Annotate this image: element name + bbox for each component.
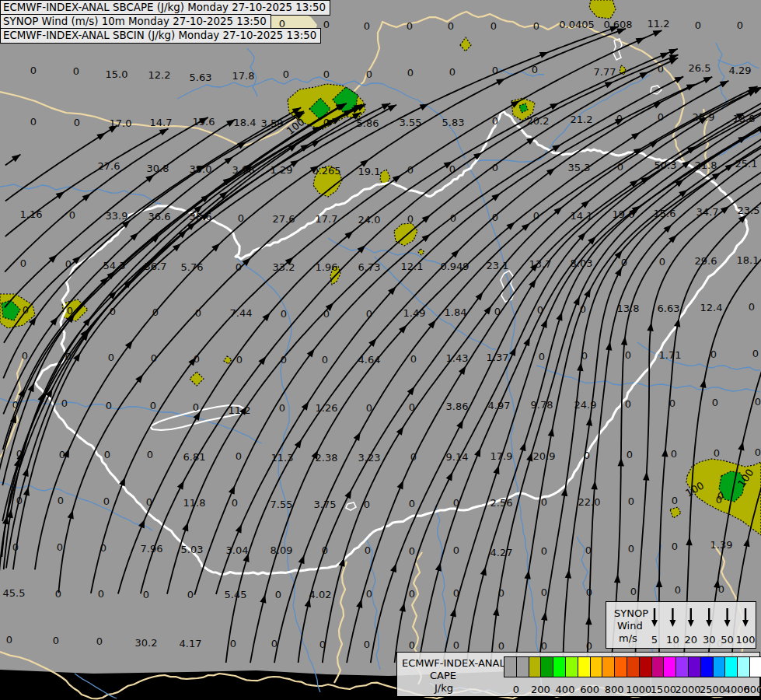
down-arrow-icon bbox=[669, 620, 675, 627]
wind-streamline bbox=[6, 103, 390, 569]
cape-color-swatch bbox=[602, 656, 615, 677]
cape-tick-label: 0 bbox=[513, 684, 519, 695]
wind-streamline bbox=[587, 139, 761, 663]
wind-streamline bbox=[323, 89, 757, 663]
wind-speed-value: 5 bbox=[651, 634, 658, 646]
cape-color-swatch bbox=[737, 656, 750, 677]
cape-color-swatch bbox=[639, 656, 652, 677]
flow-arrow-icon bbox=[226, 120, 236, 127]
wind-streamlines-layer: 100100100 bbox=[0, 0, 761, 700]
synop-wind-legend: SYNOP Wind m/s 510203050100 bbox=[606, 601, 756, 649]
flow-arrow-icon bbox=[720, 81, 729, 88]
flow-arrow-icon bbox=[616, 29, 626, 35]
wind-streamline bbox=[4, 107, 301, 343]
header-line-wind: SYNOP Wind (m/s) 10m Monday 27-10-2025 1… bbox=[0, 14, 271, 30]
wind-streamline bbox=[683, 239, 761, 663]
cape-tick-label: 1000 bbox=[626, 684, 651, 695]
flow-arrow-icon bbox=[653, 30, 662, 37]
cape-color-swatch bbox=[540, 656, 553, 677]
flow-arrow-icon bbox=[703, 77, 713, 83]
cape-color-swatch bbox=[688, 656, 701, 677]
wind-streamline bbox=[2, 107, 361, 521]
cape-color-swatch bbox=[614, 656, 627, 677]
cape-tick-label: 800 bbox=[605, 684, 624, 695]
cape-color-swatch bbox=[553, 656, 566, 677]
wind-streamline bbox=[141, 54, 679, 593]
flow-arrow-icon bbox=[357, 104, 366, 111]
wind-streamline bbox=[443, 117, 761, 663]
cape-color-swatch bbox=[749, 656, 761, 677]
cape-color-swatch bbox=[724, 656, 738, 677]
cape-color-swatch bbox=[565, 656, 578, 677]
flow-arrow-icon bbox=[668, 49, 678, 55]
cape-colorbar-legend: ECMWF-INDEX-ANAL CAPE J/kg 0200400600800… bbox=[396, 652, 760, 697]
contour-label: 100 bbox=[683, 479, 706, 499]
cape-color-swatch bbox=[590, 656, 603, 677]
wind-streamline bbox=[0, 103, 347, 569]
down-arrow-icon bbox=[742, 620, 749, 627]
wind-streamline bbox=[118, 49, 678, 594]
cape-tick-label: 6000 bbox=[743, 684, 761, 695]
flow-arrow-icon bbox=[159, 128, 169, 135]
weather-map: 000000000.04050.60811.2000015.012.25.631… bbox=[0, 0, 761, 700]
cape-tick-label: 1500 bbox=[651, 684, 676, 695]
wind-speed-value: 20 bbox=[685, 634, 698, 646]
cape-color-swatch bbox=[651, 656, 665, 677]
cape-color-swatch bbox=[713, 656, 726, 677]
wind-speed-value: 50 bbox=[721, 634, 734, 646]
wind-streamline bbox=[0, 104, 365, 571]
cape-legend-units: J/kg bbox=[435, 682, 453, 694]
wind-streamline bbox=[194, 76, 683, 594]
cape-color-swatch bbox=[578, 656, 591, 677]
cape-legend-title: ECMWF-INDEX-ANAL bbox=[402, 657, 505, 669]
cape-color-swatch bbox=[504, 656, 517, 677]
cape-color-swatch bbox=[675, 656, 689, 677]
flow-arrow-icon bbox=[387, 105, 396, 112]
cape-tick-label: 600 bbox=[580, 684, 599, 695]
header-line-sbcape: ECMWF-INDEX-ANAL SBCAPE (J/kg) Monday 27… bbox=[0, 0, 330, 16]
wind-speed-value: 100 bbox=[736, 634, 756, 646]
down-arrow-icon bbox=[688, 620, 694, 627]
flow-arrow-icon bbox=[12, 155, 20, 163]
cape-legend-param: CAPE bbox=[430, 670, 456, 681]
wind-speed-value: 30 bbox=[703, 634, 716, 646]
cape-tick-label: 400 bbox=[556, 684, 575, 695]
down-arrow-icon bbox=[706, 620, 712, 627]
wind-streamline bbox=[3, 111, 304, 378]
cape-color-swatch bbox=[663, 656, 676, 677]
cape-tick-label: 2500 bbox=[700, 684, 725, 695]
down-arrow-icon bbox=[724, 620, 731, 627]
wind-streamline bbox=[13, 105, 396, 570]
flow-arrow-icon bbox=[199, 117, 208, 124]
cape-color-swatch bbox=[516, 656, 529, 677]
wind-streamline bbox=[659, 185, 761, 663]
contour-label: 100 bbox=[735, 467, 756, 489]
flow-arrow-icon bbox=[674, 76, 683, 83]
wind-speed-value: 10 bbox=[666, 634, 679, 646]
cape-color-swatch bbox=[627, 656, 640, 677]
wind-streamline bbox=[467, 117, 761, 663]
down-arrow-icon bbox=[651, 620, 658, 627]
cape-tick-label: 2000 bbox=[675, 684, 700, 695]
cape-color-swatch bbox=[700, 656, 714, 677]
header-line-sbcin: ECMWF-INDEX-ANAL SBCIN (J/kg) Monday 27-… bbox=[0, 28, 321, 44]
flow-arrow-icon bbox=[668, 58, 678, 65]
cape-tick-label: 200 bbox=[531, 684, 550, 695]
flow-arrow-icon bbox=[109, 125, 118, 132]
cape-color-swatch bbox=[529, 656, 542, 677]
